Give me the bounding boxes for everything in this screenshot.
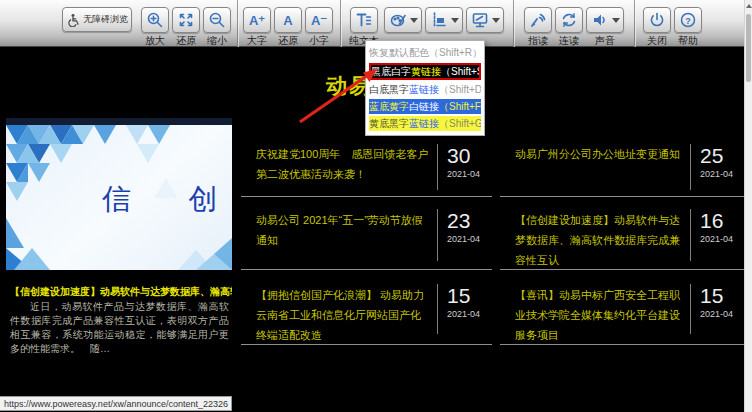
zoom-out-button[interactable] — [203, 7, 231, 33]
point-read-cell: 指读 — [524, 7, 552, 46]
featured-banner-image[interactable]: 信 创 — [6, 118, 232, 270]
close-cell: 关闭 — [643, 7, 671, 46]
zoom-in-label: 放大 — [145, 36, 165, 46]
close-label: 关闭 — [647, 36, 667, 46]
font-reset-icon: A — [283, 14, 292, 27]
news-link[interactable]: 【拥抱信创国产化浪潮】 动易助力云南省工业和信息化厅网站国产化终端适配改造 — [241, 270, 437, 344]
plain-text-icon — [355, 11, 373, 29]
font-bigger-cell: A⁺ 大字 — [243, 7, 271, 46]
scroll-up-arrow-icon — [746, 4, 752, 8]
screen-mask-cell — [466, 7, 504, 33]
news-month: 2021-04 — [447, 309, 492, 319]
status-bar-url: https://www.powereasy.net/xw/announce/co… — [0, 396, 232, 411]
news-link[interactable]: 庆祝建党100周年 感恩回馈老客户第二波优惠活动来袭！ — [241, 139, 437, 196]
font-reset-button[interactable]: A — [274, 7, 302, 33]
news-month: 2021-04 — [447, 234, 492, 244]
point-read-label: 指读 — [528, 36, 548, 46]
color-scheme-button[interactable] — [384, 7, 422, 33]
zoom-reset-button[interactable] — [172, 7, 200, 33]
toolbar-separator — [340, 0, 341, 47]
screen-mask-button[interactable] — [466, 7, 504, 33]
continuous-read-button[interactable] — [555, 7, 583, 33]
menu-item-yellow-scheme[interactable]: 黄底黑字蓝链接（Shift+G） — [369, 116, 481, 131]
menu-text: 白底黑字 — [369, 84, 409, 95]
font-bigger-label: 大字 — [247, 36, 267, 46]
zoom-out-cell: 缩小 — [203, 7, 231, 46]
news-link[interactable]: 【信创建设加速度】动易软件与达梦数据库、瀚高软件数据库完成兼容性互认 — [500, 197, 690, 269]
menu-item-blue-scheme[interactable]: 蓝底黄字白链接（Shift+F） — [369, 99, 481, 114]
toolbar-separator — [237, 0, 238, 47]
sound-caret-icon — [612, 18, 620, 23]
news-item: 【喜讯】动易中标广西安全工程职业技术学院全媒体集约化平台建设服务项目 15 20… — [500, 270, 745, 345]
color-scheme-caret-icon — [410, 18, 418, 23]
font-smaller-button[interactable]: A⁻ — [305, 7, 333, 33]
accessibility-toggle-button[interactable]: 无障碍浏览 — [62, 7, 132, 32]
news-item: 动易公司 2021年“五一”劳动节放假通知 23 2021-04 — [241, 197, 492, 270]
menu-text-link-color: 蓝链接 — [409, 118, 439, 129]
news-month: 2021-04 — [700, 169, 745, 179]
toolbar-separator — [634, 0, 635, 47]
magnifier-minus-icon — [208, 11, 226, 29]
guide-line-button[interactable] — [425, 7, 463, 33]
help-cell: ? 帮助 — [674, 7, 702, 46]
news-day: 23 — [447, 209, 492, 233]
scrollbar-up-button[interactable] — [745, 0, 752, 12]
menu-text-link-color: 蓝链接 — [409, 84, 439, 95]
point-read-icon — [529, 11, 547, 29]
news-day: 30 — [447, 144, 492, 168]
screen-mask-caret-icon — [492, 18, 500, 23]
toolbar-separator — [513, 0, 514, 47]
sound-cell: 声音 — [586, 7, 624, 46]
news-day: 16 — [700, 209, 745, 233]
speaker-icon — [591, 11, 609, 29]
menu-item-black-scheme-selected[interactable]: 黑底白字黄链接（Shift+S） — [369, 63, 481, 80]
point-read-button[interactable] — [524, 7, 552, 33]
news-link[interactable]: 动易广州分公司办公地址变更通知 — [500, 139, 690, 196]
accessibility-toggle-label: 无障碍浏览 — [83, 13, 128, 26]
font-reset-cell: A 还原 — [274, 7, 302, 46]
sound-button[interactable] — [586, 7, 624, 33]
screen-icon — [471, 11, 489, 29]
zoom-in-button[interactable] — [141, 7, 169, 33]
accessibility-toggle-cell: 无障碍浏览 — [62, 7, 132, 32]
help-button[interactable]: ? — [674, 7, 702, 33]
font-smaller-label: 小字 — [309, 36, 329, 46]
guide-line-caret-icon — [451, 18, 459, 23]
vertical-scrollbar[interactable] — [744, 0, 752, 412]
featured-article-summary: 近日，动易软件产品与达梦数据库、瀚高软件数据库完成产品兼容性互认证，表明双方产品… — [10, 300, 229, 356]
zoom-reset-label: 还原 — [176, 36, 196, 46]
font-smaller-icon: A⁻ — [311, 14, 327, 27]
menu-item-white-scheme[interactable]: 白底黑字蓝链接（Shift+D） — [369, 82, 481, 97]
menu-text-shortcut: （Shift+F） — [439, 101, 481, 112]
news-item: 【拥抱信创国产化浪潮】 动易助力云南省工业和信息化厅网站国产化终端适配改造 15… — [241, 270, 492, 345]
menu-text-link-color: 黄链接 — [411, 66, 441, 77]
sound-label: 声音 — [595, 36, 615, 46]
zoom-out-label: 缩小 — [207, 36, 227, 46]
menu-text-link-color: 白链接 — [409, 101, 439, 112]
menu-text-shortcut: （Shift+G） — [439, 118, 481, 129]
menu-item-restore-default[interactable]: 恢复默认配色（Shift+R） — [369, 45, 481, 60]
news-date: 15 2021-04 — [690, 284, 745, 334]
menu-text: 蓝底黄字 — [369, 101, 409, 112]
font-bigger-button[interactable]: A⁺ — [243, 7, 271, 33]
news-item: 庆祝建党100周年 感恩回馈老客户第二波优惠活动来袭！ 30 2021-04 — [241, 139, 492, 197]
featured-article-title[interactable]: 【信创建设加速度】动易软件与达梦数据库、瀚高软件 — [10, 285, 232, 299]
zoom-in-cell: 放大 — [141, 7, 169, 46]
menu-text: 黑底白字 — [371, 66, 411, 77]
close-toolbar-button[interactable] — [643, 7, 671, 33]
magnifier-plus-icon — [146, 11, 164, 29]
zoom-reset-cell: 还原 — [172, 7, 200, 46]
news-column-middle: 庆祝建党100周年 感恩回馈老客户第二波优惠活动来袭！ 30 2021-04 动… — [241, 139, 492, 345]
expand-arrows-icon — [177, 11, 195, 29]
menu-text: 黄底黑字 — [369, 118, 409, 129]
color-scheme-menu: 恢复默认配色（Shift+R） 黑底白字黄链接（Shift+S） 白底黑字蓝链接… — [365, 40, 485, 136]
scrollbar-thumb[interactable] — [746, 14, 751, 82]
wheelchair-icon — [66, 13, 80, 27]
guide-line-cell — [425, 7, 463, 33]
menu-text-shortcut: （Shift+D） — [439, 84, 481, 95]
news-link[interactable]: 动易公司 2021年“五一”劳动节放假通知 — [241, 197, 437, 269]
news-link[interactable]: 【喜讯】动易中标广西安全工程职业技术学院全媒体集约化平台建设服务项目 — [500, 270, 690, 344]
font-reset-label: 还原 — [278, 36, 298, 46]
palette-icon — [389, 11, 407, 29]
plain-text-button[interactable] — [350, 7, 378, 33]
